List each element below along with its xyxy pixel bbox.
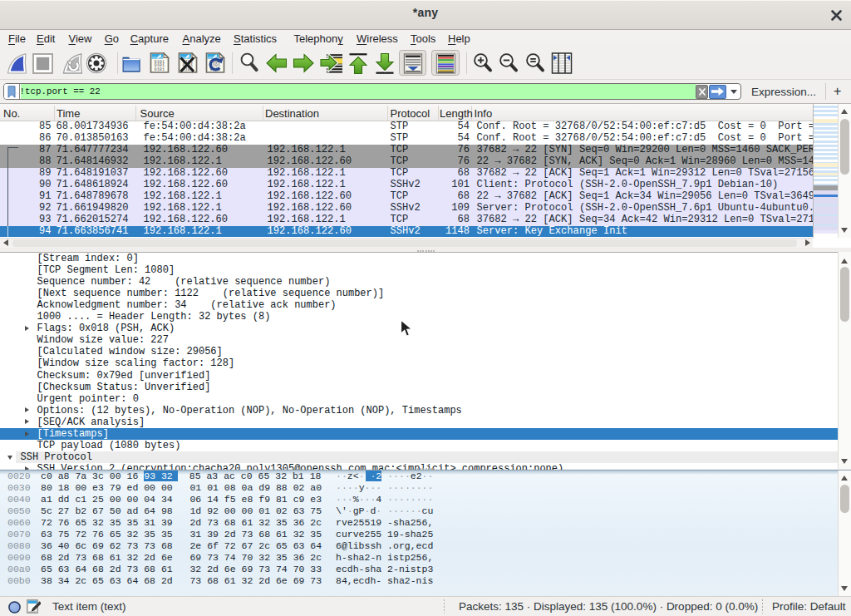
svg-text:0101: 0101 [155,67,165,72]
